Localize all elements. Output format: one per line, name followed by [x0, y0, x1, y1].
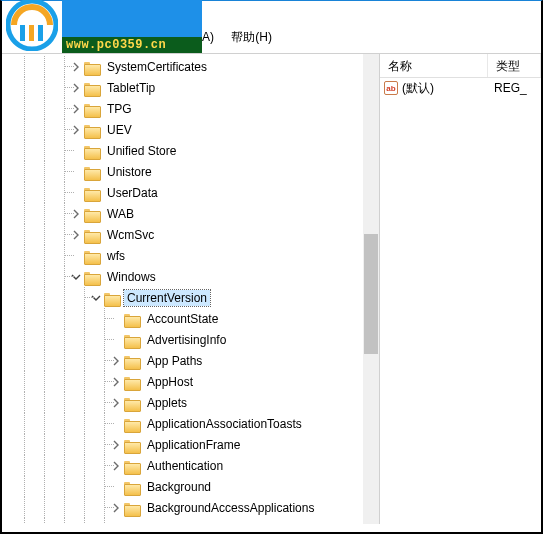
values-list[interactable]: ab(默认)REG_ — [380, 78, 541, 98]
tree-item[interactable]: ClickNote — [2, 518, 379, 524]
folder-icon — [124, 333, 140, 347]
tree-item-label: Unified Store — [104, 143, 179, 159]
tree-item-label: ApplicationFrame — [144, 437, 243, 453]
tree-item-label: App Paths — [144, 353, 205, 369]
folder-icon — [104, 291, 120, 305]
folder-icon — [124, 459, 140, 473]
watermark-url: www.pc0359.cn — [62, 37, 202, 53]
folder-icon — [84, 144, 100, 158]
tree-item-label: BackgroundAccessApplications — [144, 500, 317, 516]
tree-item-label: Authentication — [144, 458, 226, 474]
registry-tree[interactable]: SystemCertificatesTabletTipTPGUEVUnified… — [2, 54, 379, 524]
tree-pane[interactable]: SystemCertificatesTabletTipTPGUEVUnified… — [2, 54, 380, 524]
tree-scrollbar[interactable] — [363, 54, 379, 524]
tree-item-label: WcmSvc — [104, 227, 157, 243]
tree-item-label: Windows — [104, 269, 159, 285]
folder-icon — [124, 501, 140, 515]
tree-item[interactable]: SystemCertificates — [2, 56, 379, 77]
tree-item[interactable]: AccountState — [2, 308, 379, 329]
chevron-right-icon[interactable] — [110, 523, 122, 525]
tree-item-label: Unistore — [104, 164, 155, 180]
tree-item-label: ClickNote — [144, 521, 201, 525]
tree-item[interactable]: Background — [2, 476, 379, 497]
folder-icon — [84, 249, 100, 263]
tree-item[interactable]: Authentication — [2, 455, 379, 476]
tree-item[interactable]: wfs — [2, 245, 379, 266]
tree-item-label: AdvertisingInfo — [144, 332, 229, 348]
folder-icon — [124, 354, 140, 368]
tree-item[interactable]: AdvertisingInfo — [2, 329, 379, 350]
tree-item[interactable]: Applets — [2, 392, 379, 413]
tree-item[interactable]: WcmSvc — [2, 224, 379, 245]
header: www.pc0359.cn A) 帮助(H) — [2, 1, 541, 53]
tree-item-label: CurrentVersion — [124, 290, 210, 306]
value-type: REG_ — [494, 81, 527, 95]
value-name: (默认) — [402, 80, 494, 97]
tree-item-label: Applets — [144, 395, 190, 411]
tree-item-label: UEV — [104, 122, 135, 138]
folder-icon — [84, 60, 100, 74]
reg-sz-icon: ab — [384, 81, 398, 95]
site-logo — [2, 0, 62, 53]
column-name[interactable]: 名称 — [380, 54, 488, 77]
folder-icon — [124, 480, 140, 494]
tree-item[interactable]: AppHost — [2, 371, 379, 392]
tree-item[interactable]: WAB — [2, 203, 379, 224]
folder-icon — [84, 165, 100, 179]
tree-item-label: WAB — [104, 206, 137, 222]
tree-item[interactable]: ApplicationAssociationToasts — [2, 413, 379, 434]
logo-icon — [6, 0, 58, 51]
tree-item[interactable]: BackgroundAccessApplications — [2, 497, 379, 518]
tree-item-label: AccountState — [144, 311, 221, 327]
svg-rect-3 — [38, 25, 43, 41]
tree-item[interactable]: UserData — [2, 182, 379, 203]
tree-item[interactable]: ApplicationFrame — [2, 434, 379, 455]
folder-icon — [84, 102, 100, 116]
tree-item-label: UserData — [104, 185, 161, 201]
title-overlay — [62, 0, 202, 37]
value-row[interactable]: ab(默认)REG_ — [380, 78, 541, 98]
column-type[interactable]: 类型 — [488, 54, 541, 77]
folder-icon — [124, 375, 140, 389]
tree-item[interactable]: App Paths — [2, 350, 379, 371]
svg-rect-2 — [29, 25, 34, 41]
values-pane[interactable]: 名称 类型 ab(默认)REG_ — [380, 54, 541, 524]
folder-icon — [84, 123, 100, 137]
tree-item[interactable]: Unified Store — [2, 140, 379, 161]
scrollbar-thumb[interactable] — [364, 234, 378, 354]
tree-item-label: SystemCertificates — [104, 59, 210, 75]
folder-icon — [124, 396, 140, 410]
menu-item-a-frag[interactable]: A) — [202, 30, 214, 44]
folder-icon — [84, 228, 100, 242]
folder-icon — [84, 207, 100, 221]
menu-item-help[interactable]: 帮助(H) — [231, 30, 272, 44]
tree-item[interactable]: CurrentVersion — [2, 287, 379, 308]
tree-item[interactable]: TPG — [2, 98, 379, 119]
svg-rect-1 — [20, 25, 25, 41]
tree-item[interactable]: TabletTip — [2, 77, 379, 98]
values-header: 名称 类型 — [380, 54, 541, 78]
tree-item[interactable]: Unistore — [2, 161, 379, 182]
folder-icon — [124, 438, 140, 452]
folder-icon — [84, 186, 100, 200]
folder-icon — [124, 312, 140, 326]
folder-icon — [84, 270, 100, 284]
menu-bar-fragment: A) 帮助(H) — [202, 29, 286, 46]
registry-editor-window: www.pc0359.cn A) 帮助(H) SystemCertificate… — [0, 0, 543, 534]
tree-item[interactable]: Windows — [2, 266, 379, 287]
tree-item-label: TPG — [104, 101, 135, 117]
folder-icon — [84, 81, 100, 95]
folder-icon — [124, 522, 140, 525]
tree-item-label: Background — [144, 479, 214, 495]
tree-item-label: wfs — [104, 248, 128, 264]
tree-item[interactable]: UEV — [2, 119, 379, 140]
tree-item-label: TabletTip — [104, 80, 158, 96]
folder-icon — [124, 417, 140, 431]
tree-item-label: ApplicationAssociationToasts — [144, 416, 305, 432]
tree-item-label: AppHost — [144, 374, 196, 390]
content-split: SystemCertificatesTabletTipTPGUEVUnified… — [2, 53, 541, 524]
